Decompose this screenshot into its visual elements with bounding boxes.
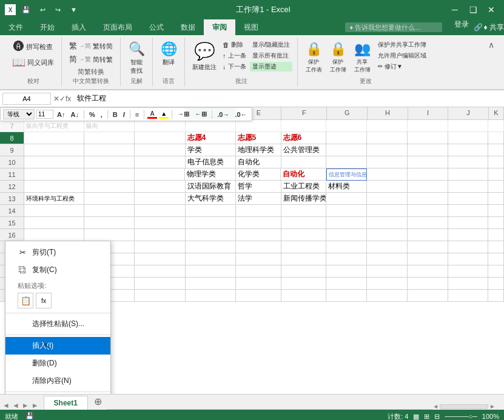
share-workbook-button[interactable]: 👥 共享工作簿 [351, 40, 373, 75]
cell-k13[interactable] [488, 193, 504, 205]
increase-indent-button[interactable]: →⊞ [175, 110, 191, 119]
cell-d14[interactable] [186, 205, 236, 217]
new-comment-button[interactable]: 💬 新建批注 [190, 40, 219, 73]
cell-a7[interactable]: 纵向学与工程类 [24, 120, 84, 132]
hscroll-track[interactable] [440, 404, 488, 409]
cell-e10[interactable]: 自动化 [236, 156, 281, 168]
cell-empty[interactable] [367, 253, 408, 265]
percent-button[interactable]: % [87, 110, 97, 119]
cell-empty[interactable] [84, 229, 135, 241]
cell-f11[interactable]: 自动化 [281, 168, 326, 181]
close-button[interactable]: ✕ [483, 4, 499, 16]
cell-f13[interactable]: 新闻传播学类 [281, 193, 327, 205]
cell-empty[interactable] [326, 278, 367, 290]
cell-empty[interactable] [186, 229, 236, 241]
cell-empty[interactable] [488, 265, 504, 278]
cell-empty[interactable] [488, 241, 504, 253]
cell-empty[interactable] [408, 217, 448, 229]
bold-button[interactable]: B [111, 110, 119, 119]
cell-empty[interactable] [408, 278, 448, 290]
row-header-14[interactable]: 14 [0, 205, 24, 217]
formula-cancel-icon[interactable]: ✕ [53, 95, 59, 103]
font-shrink-button[interactable]: A↓ [69, 110, 80, 119]
cell-empty[interactable] [135, 265, 185, 278]
undo-button[interactable]: ↩ [38, 5, 48, 15]
chinese-conversion-button[interactable]: 简繁转换 [75, 67, 107, 77]
cell-empty[interactable] [236, 265, 281, 278]
align-center-button[interactable]: ≡ [133, 110, 141, 119]
cell-h13[interactable] [367, 193, 408, 205]
cell-empty[interactable] [448, 265, 489, 278]
row-header-9[interactable]: 9 [0, 144, 24, 156]
cell-i8[interactable] [408, 132, 448, 144]
cell-empty[interactable] [408, 265, 448, 278]
cell-c13[interactable] [135, 193, 185, 205]
sheet-nav-right2[interactable]: ► [32, 401, 39, 410]
row-header-16[interactable]: 16 [0, 229, 24, 241]
cell-empty[interactable] [448, 278, 489, 290]
cell-j13[interactable] [448, 193, 489, 205]
col-header-i[interactable]: I [408, 107, 449, 119]
col-header-f[interactable]: F [281, 107, 327, 119]
cell-k8[interactable] [488, 132, 504, 144]
font-color-button[interactable]: A [147, 110, 157, 119]
row-header-11[interactable]: 11 [0, 168, 24, 181]
allow-edit-button[interactable]: 允许用户编辑区域 [375, 51, 429, 61]
cell-k14[interactable] [488, 205, 504, 217]
cell-g9[interactable] [326, 144, 367, 156]
cell-g7[interactable] [326, 120, 367, 132]
cell-d11[interactable]: 物理学类 [185, 168, 235, 181]
cell-j9[interactable] [448, 144, 489, 156]
cell-h14[interactable] [367, 205, 408, 217]
cell-a9[interactable] [24, 144, 84, 156]
cell-g14[interactable] [326, 205, 367, 217]
cell-empty[interactable] [135, 229, 185, 241]
ribbon-collapse-button[interactable]: ∧ [488, 40, 494, 50]
next-comment-button[interactable]: ↓下一条 [220, 62, 249, 72]
col-header-k[interactable]: K [489, 107, 504, 119]
tab-review[interactable]: 审阅 [204, 19, 235, 35]
delete-comment-button[interactable]: 🗑删除 [220, 40, 249, 50]
tab-file[interactable]: 文件 [0, 19, 32, 35]
cell-empty[interactable] [408, 290, 448, 302]
cell-empty[interactable] [488, 290, 504, 302]
paste-icon-1[interactable]: 📋 [18, 293, 33, 308]
cell-h11[interactable] [367, 168, 408, 181]
cell-b14[interactable] [84, 205, 135, 217]
smart-lookup-button[interactable]: 🔍 智能查找 [126, 40, 147, 76]
cell-empty[interactable] [367, 278, 408, 290]
cell-empty[interactable] [448, 253, 489, 265]
cell-k12[interactable] [488, 181, 504, 193]
formula-input[interactable] [73, 95, 502, 103]
cell-f7[interactable] [281, 120, 327, 132]
cell-g10[interactable] [326, 156, 367, 168]
cell-j14[interactable] [448, 205, 489, 217]
cell-empty[interactable] [408, 253, 448, 265]
cell-h12[interactable] [367, 181, 408, 193]
cell-b10[interactable] [84, 156, 135, 168]
cell-i9[interactable] [408, 144, 448, 156]
cell-c11[interactable] [135, 168, 185, 181]
formula-confirm-icon[interactable]: ✓ [59, 95, 66, 103]
cell-d9[interactable]: 学类 [186, 144, 236, 156]
cell-empty[interactable] [367, 217, 408, 229]
cell-empty[interactable] [281, 217, 327, 229]
thesaurus-button[interactable]: 📖 同义词库 [10, 55, 56, 70]
cell-e9[interactable]: 地理科学类 [236, 144, 281, 156]
row-header-7[interactable]: 7 [0, 120, 24, 132]
row-header-10[interactable]: 10 [0, 156, 24, 168]
cell-empty[interactable] [236, 278, 281, 290]
cell-e7[interactable] [236, 120, 281, 132]
cell-empty[interactable] [448, 290, 489, 302]
cell-empty[interactable] [236, 217, 281, 229]
tab-home[interactable]: 开始 [32, 19, 63, 35]
tab-page-layout[interactable]: 页面布局 [95, 19, 141, 35]
cell-h7[interactable] [367, 120, 408, 132]
cell-empty[interactable] [135, 290, 185, 302]
protect-sheet-button[interactable]: 🔒 保护工作表 [303, 40, 324, 75]
cell-j11[interactable] [448, 168, 489, 181]
cell-a11[interactable] [24, 168, 84, 181]
cell-h10[interactable] [367, 156, 408, 168]
cell-empty[interactable] [367, 290, 408, 302]
save-button[interactable]: 💾 [19, 5, 33, 15]
